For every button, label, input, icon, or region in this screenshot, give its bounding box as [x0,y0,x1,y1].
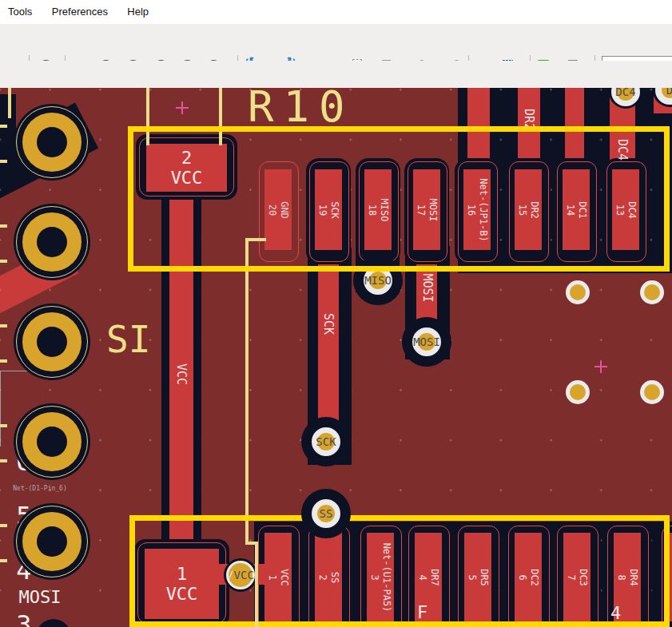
silkscreen-tick [0,224,7,228]
pad-net-label: Net-(D1-Pin_6) [0,478,80,501]
silkscreen-tick [0,359,7,363]
silkscreen-line [255,542,258,627]
tht-pad-hole [37,327,67,357]
menu-preferences[interactable]: Preferences [44,0,116,18]
silkscreen-line [245,238,249,545]
selection-rect-top[interactable] [128,126,670,272]
tht-pad-hole [37,427,67,457]
via-net-label: D [638,88,672,96]
kicad-pcb-editor-window: Tools Preferences Help ↷ A ⟳ + − ▪ ◦ ▸ ↺… [0,0,672,627]
via-net-label: SS [294,508,358,519]
free-pad-hole [644,384,660,400]
silkscreen-ref-r10[interactable]: R10 [248,88,355,132]
tht-pad-hole [37,526,67,557]
silkscreen-tick [0,324,7,327]
via-net-label: MISO [346,275,410,286]
silkscreen-tick [0,160,7,163]
copper-trace-sck[interactable] [318,248,339,445]
silkscreen-tick [0,125,7,128]
silkscreen-tick [0,459,7,462]
silkscreen-ref-si[interactable]: SI [106,318,150,361]
menu-help[interactable]: Help [119,0,157,18]
pcb-canvas[interactable]: DR2DC4UPDIVCCSCKMOSI2VCC1VCCGND 20SCK 19… [0,88,672,627]
free-pad-hole [644,284,660,300]
menu-bar: Tools Preferences Help [0,0,672,24]
silkscreen-tick [0,524,7,527]
silkscreen-tick [0,260,7,263]
via-net-label: SCK [294,436,358,447]
pad-net-label: MOSI [0,587,80,609]
silkscreen-tick [0,424,7,427]
cursor-crosshair-v [0,371,1,446]
tht-pad-hole [37,127,67,157]
silkscreen-tick [0,559,7,562]
via-net-label: /VCC [209,569,272,581]
main-toolbar: ↷ A ⟳ + − ▪ ◦ ▸ ↺ ↻ ▷▶ ◢◣ ✎ ↺ ✓ F.Silksc… [0,24,672,61]
silkscreen-line [8,88,11,118]
free-pad-hole [570,284,586,300]
via-net-label: MOSI [395,336,459,347]
drawing-toolbar: Via: use netclass sizes Grid: 1.2700 mm … [0,61,672,88]
tht-pad-hole [37,227,67,257]
menu-tools[interactable]: Tools [0,0,40,18]
free-pad-hole [570,384,586,400]
